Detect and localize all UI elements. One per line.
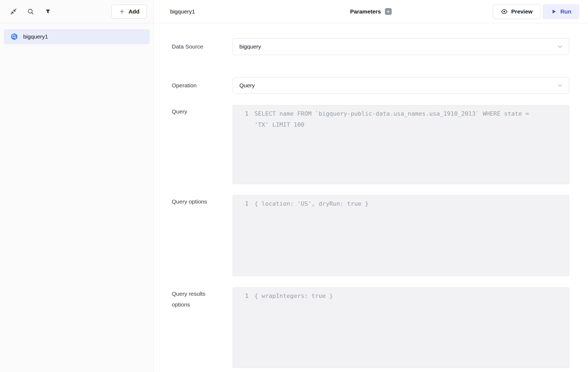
data-source-value: bigquery bbox=[239, 43, 261, 50]
query-row: Query 1 SELECT name FROM `bigquery-publi… bbox=[172, 105, 569, 184]
line-number: 1 bbox=[233, 108, 248, 119]
operation-select[interactable]: Query bbox=[233, 77, 569, 94]
line-number: 1 bbox=[233, 290, 248, 301]
query-options-placeholder: { location: 'US', dryRun: true } bbox=[254, 198, 369, 209]
search-button[interactable] bbox=[25, 6, 36, 17]
operation-value: Query bbox=[239, 82, 255, 89]
query-results-options-row: Query results options 1 { wrapIntegers: … bbox=[172, 287, 569, 368]
line-number: 1 bbox=[233, 198, 248, 209]
filter-button[interactable] bbox=[43, 6, 53, 17]
run-button-label: Run bbox=[560, 8, 571, 15]
plus-icon bbox=[119, 8, 125, 15]
query-code-editor[interactable]: 1 SELECT name FROM `bigquery-public-data… bbox=[233, 105, 569, 184]
query-item-label: bigquery1 bbox=[23, 33, 48, 40]
bigquery-icon bbox=[10, 33, 18, 41]
chevron-down-icon bbox=[556, 43, 564, 50]
preview-button-label: Preview bbox=[511, 8, 533, 15]
data-source-select[interactable]: bigquery bbox=[233, 38, 569, 55]
add-parameter-button[interactable] bbox=[385, 8, 392, 15]
sidebar-toolbar: Add bbox=[0, 0, 153, 23]
play-icon bbox=[551, 8, 557, 15]
add-query-button[interactable]: Add bbox=[111, 5, 147, 19]
filter-icon bbox=[45, 8, 51, 15]
eye-icon bbox=[501, 8, 508, 15]
query-list: bigquery1 bbox=[0, 23, 153, 50]
run-button[interactable]: Run bbox=[542, 4, 579, 19]
data-source-label: Data Source bbox=[172, 41, 233, 52]
app-root: Add bigquery1 bigquery1 Parameters bbox=[0, 0, 588, 372]
query-options-label: Query options bbox=[172, 195, 233, 207]
query-results-options-editor[interactable]: 1 { wrapIntegers: true } bbox=[233, 287, 569, 368]
query-options-row: Query options 1 { location: 'US', dryRun… bbox=[172, 195, 569, 276]
search-icon bbox=[27, 8, 34, 15]
plus-icon bbox=[386, 9, 390, 14]
query-form: Data Source bigquery Operation Query bbox=[154, 23, 588, 372]
parameters-section: Parameters bbox=[350, 8, 391, 15]
preview-button[interactable]: Preview bbox=[493, 4, 540, 19]
query-header: bigquery1 Parameters Preview bbox=[154, 0, 588, 23]
parameters-label: Parameters bbox=[350, 8, 381, 15]
collapse-icon bbox=[10, 8, 17, 15]
query-title: bigquery1 bbox=[170, 8, 195, 15]
query-list-item[interactable]: bigquery1 bbox=[4, 29, 150, 44]
header-actions: Preview Run bbox=[493, 4, 579, 19]
query-label: Query bbox=[172, 105, 233, 117]
operation-row: Operation Query bbox=[172, 77, 569, 94]
chevron-down-icon bbox=[556, 82, 564, 89]
collapse-panel-button[interactable] bbox=[8, 6, 19, 17]
add-button-label: Add bbox=[128, 8, 139, 15]
query-editor-placeholder: SELECT name FROM `bigquery-public-data.u… bbox=[254, 108, 540, 130]
query-results-options-label: Query results options bbox=[172, 287, 233, 310]
query-editor-panel: bigquery1 Parameters Preview bbox=[154, 0, 588, 372]
query-panel-sidebar: Add bigquery1 bbox=[0, 0, 154, 372]
query-results-options-placeholder: { wrapIntegers: true } bbox=[254, 290, 333, 301]
query-options-editor[interactable]: 1 { location: 'US', dryRun: true } bbox=[233, 195, 569, 276]
operation-label: Operation bbox=[172, 80, 233, 91]
data-source-row: Data Source bigquery bbox=[172, 38, 569, 55]
